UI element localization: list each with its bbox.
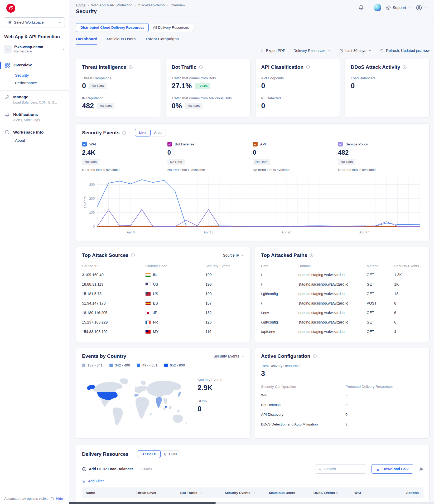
tab-dashboard[interactable]: Dashboard bbox=[76, 37, 97, 45]
events-by-country-panel: Events by Country Security Events 187 - … bbox=[76, 348, 250, 439]
column-header[interactable]: Name bbox=[82, 487, 133, 498]
column-header[interactable]: Malicious Users bbox=[266, 487, 311, 498]
sidebar-item-security[interactable]: Security bbox=[0, 70, 69, 77]
toggle-distributed-cloud[interactable]: Distributed Cloud Delivery Resources bbox=[76, 23, 149, 32]
workspace-selector-label: Select Workspace bbox=[14, 20, 56, 25]
assistant-orb-icon[interactable] bbox=[374, 4, 381, 11]
service-policy-checkbox[interactable] bbox=[338, 142, 343, 146]
security-events-line-chart[interactable]: 0100200300Apr 6Apr 13Apr 20Apr 27Events bbox=[82, 174, 423, 236]
sidebar-item-performance[interactable]: Performance bbox=[0, 77, 69, 85]
sidebar-item-manage[interactable]: Manage Load Balancers, CDN, BIG... bbox=[0, 91, 69, 108]
bot-defense-checkbox[interactable] bbox=[167, 142, 172, 146]
api-checkbox[interactable] bbox=[253, 142, 258, 146]
map-spain[interactable] bbox=[134, 394, 139, 397]
info-icon[interactable] bbox=[157, 491, 161, 495]
table-row: 51.94.147.178ES187 bbox=[82, 299, 244, 308]
info-icon[interactable] bbox=[363, 491, 367, 495]
column-header[interactable]: Bot Traffic bbox=[178, 487, 222, 498]
source-ip-dropdown[interactable]: Source IP bbox=[223, 253, 244, 257]
info-icon[interactable] bbox=[122, 131, 126, 135]
cell-method: GET bbox=[367, 270, 394, 280]
cell-path: /.env bbox=[261, 308, 298, 317]
delivery-resources-dropdown[interactable]: Delivery Resources bbox=[293, 48, 331, 53]
legend-swatch bbox=[109, 364, 113, 367]
legend-value: 0 bbox=[253, 149, 338, 156]
column-header: Security Events bbox=[205, 261, 244, 270]
sidebar-item-workspace-info[interactable]: Workspace Info bbox=[0, 126, 69, 136]
workspace-selector[interactable]: Select Workspace bbox=[4, 17, 65, 27]
f5-logo[interactable]: f5 bbox=[6, 4, 15, 13]
search-input[interactable] bbox=[324, 467, 364, 471]
namespace-selector[interactable]: F f5xc-waap-demo Namespace bbox=[4, 45, 65, 58]
sidebar-item-notifications[interactable]: Notifications Alerts, Audit Logs bbox=[0, 108, 69, 126]
add-http-lb-button[interactable]: Add HTTP Load Balancer bbox=[82, 467, 133, 471]
legend-note: No trend info is available bbox=[253, 168, 338, 172]
export-pdf-label: Export PDF bbox=[266, 48, 285, 53]
toggle-cdn[interactable]: CDN bbox=[159, 450, 181, 458]
info-icon[interactable] bbox=[131, 253, 135, 257]
toggle-area[interactable]: Area bbox=[149, 129, 166, 136]
panel-title: Security Events bbox=[82, 130, 120, 136]
cell-path: / bbox=[261, 270, 298, 280]
export-pdf-button[interactable]: Export PDF bbox=[260, 48, 285, 53]
namespace-type: Namespace bbox=[14, 50, 59, 53]
legend-swatch bbox=[164, 364, 168, 367]
info-icon[interactable] bbox=[199, 491, 202, 495]
sidebar-item-overview[interactable]: Overview bbox=[0, 58, 69, 70]
download-icon bbox=[260, 49, 264, 53]
table-settings-gear-icon[interactable] bbox=[418, 467, 423, 472]
dashboard-toolbar: Export PDF Delivery Resources Last 30 da… bbox=[76, 45, 430, 57]
map-uk bbox=[135, 386, 137, 389]
map-japan[interactable] bbox=[178, 392, 181, 397]
info-icon[interactable] bbox=[403, 65, 407, 69]
info-icon[interactable] bbox=[310, 253, 314, 257]
map-canada bbox=[93, 382, 123, 392]
table-row: /.envopencti.staging.wafwizard.ioGET6 bbox=[261, 308, 423, 317]
cell-domain: staging.juiceshop.wafwizard.io bbox=[298, 317, 367, 327]
info-icon[interactable] bbox=[129, 65, 133, 69]
info-icon[interactable] bbox=[313, 354, 317, 358]
map-africa bbox=[136, 397, 149, 419]
tab-threat-campaigns[interactable]: Threat Campaigns bbox=[145, 37, 179, 45]
breadcrumb-waap[interactable]: Web App & API Protection bbox=[91, 3, 133, 7]
cell-events: 1K bbox=[394, 280, 423, 289]
cell-config: Bot Defense bbox=[261, 400, 345, 410]
metric-label: IP Reputation bbox=[82, 96, 155, 100]
time-range-dropdown[interactable]: Last 30 days bbox=[339, 48, 372, 53]
top-attack-sources-panel: Top Attack Sources Source IP Source IP C… bbox=[76, 247, 250, 342]
breadcrumb-overview[interactable]: Overview bbox=[170, 3, 185, 7]
account-menu[interactable] bbox=[416, 4, 427, 11]
map-malaysia[interactable] bbox=[165, 406, 167, 408]
column-header[interactable]: Security Events bbox=[222, 487, 266, 498]
info-icon[interactable] bbox=[336, 491, 339, 495]
info-icon[interactable] bbox=[199, 65, 203, 69]
world-map[interactable] bbox=[82, 371, 193, 433]
notifications-bell-icon[interactable] bbox=[358, 5, 364, 11]
sidebar-item-about[interactable]: About bbox=[0, 136, 69, 143]
info-icon[interactable] bbox=[296, 491, 300, 495]
toggle-line[interactable]: Line bbox=[135, 129, 151, 136]
table-controls: Add HTTP Load Balancer 3 items Download … bbox=[82, 464, 423, 474]
toggle-all-delivery[interactable]: All Delivery Resources bbox=[147, 23, 193, 32]
chevron-down-icon bbox=[241, 254, 244, 257]
info-icon[interactable] bbox=[306, 65, 310, 69]
info-icon[interactable] bbox=[252, 491, 255, 495]
breadcrumb-namespace[interactable]: f5xc-waap-demo bbox=[138, 3, 165, 7]
column-header: Actions bbox=[393, 487, 423, 498]
column-header[interactable]: WAF bbox=[352, 487, 393, 498]
tab-malicious-users[interactable]: Malicious Users bbox=[107, 37, 136, 45]
map-metric-dropdown[interactable]: Security Events bbox=[214, 354, 244, 358]
waf-checkbox[interactable] bbox=[82, 142, 87, 146]
card-title: DDoS Attack Activity bbox=[351, 64, 400, 70]
hide-nav-button[interactable]: Hide bbox=[56, 497, 63, 501]
add-filter-button[interactable]: Add Filter bbox=[82, 479, 423, 483]
column-header[interactable]: Threat Level bbox=[133, 487, 177, 498]
column-header[interactable]: DDoS Events bbox=[311, 487, 352, 498]
refresh-button[interactable]: Refresh: Updated just now bbox=[380, 48, 430, 53]
support-menu[interactable]: Support bbox=[386, 5, 411, 10]
map-united-states[interactable] bbox=[97, 392, 118, 400]
toggle-http-lb[interactable]: HTTP LB bbox=[137, 450, 161, 458]
download-csv-button[interactable]: Download CSV bbox=[372, 464, 413, 474]
map-india[interactable] bbox=[156, 397, 162, 408]
breadcrumb-home[interactable]: Home bbox=[76, 3, 85, 7]
